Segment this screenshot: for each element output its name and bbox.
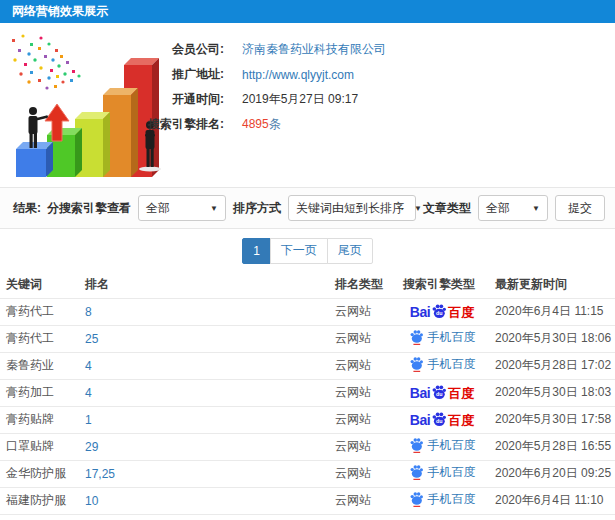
- member-info-section: 会员公司: 济南秦鲁药业科技有限公司 推广地址: http://www.qlyy…: [0, 23, 615, 187]
- shadow: [139, 167, 161, 172]
- mobile-baidu-label[interactable]: 手机百度: [428, 464, 476, 481]
- baidu-logo-text-cn: 百度: [448, 387, 474, 400]
- ranking-count-label: 搜索引擎排名:: [112, 116, 224, 133]
- keyword-cell: 金华防护服: [0, 460, 85, 487]
- mobile-baidu-paw-icon: [409, 329, 424, 345]
- svg-text:du: du: [436, 310, 443, 316]
- rank-cell: 4: [85, 379, 335, 406]
- baidu-paw-icon: du: [431, 303, 447, 319]
- table-row: 口罩贴牌 29 云网站 手机百度 2020年5月28日 16:55: [0, 433, 615, 460]
- submit-button[interactable]: 提交: [555, 195, 605, 221]
- results-table-header: 关键词 排名 排名类型 搜索引擎类型 最新更新时间: [0, 272, 615, 298]
- sort-select[interactable]: 关键词由短到长排序 ▼: [288, 195, 416, 221]
- rank-link[interactable]: 25: [85, 332, 98, 346]
- field-promo-url: 推广地址: http://www.qlyyjt.com: [112, 62, 386, 87]
- engine-cell: 手机百度: [399, 487, 485, 514]
- article-type-select-value: 全部: [486, 200, 510, 217]
- mobile-baidu-label[interactable]: 手机百度: [428, 491, 476, 508]
- rank-type-cell: 云网站: [335, 325, 399, 352]
- rank-link[interactable]: 10: [85, 494, 98, 508]
- rank-cell: 29: [85, 433, 335, 460]
- updated-cell: 2020年5月28日 17:02: [485, 352, 615, 379]
- mobile-baidu-badge: 手机百度: [409, 464, 476, 481]
- rank-link[interactable]: 4: [85, 386, 92, 400]
- mobile-baidu-paw-icon: [409, 491, 424, 507]
- baidu-logo-text-bai: Bai: [410, 305, 430, 319]
- open-time-value: 2019年5月27日 09:17: [242, 91, 358, 108]
- rank-cell: 25: [85, 325, 335, 352]
- svg-text:du: du: [436, 391, 443, 397]
- rank-cell: 8: [85, 298, 335, 325]
- rank-link[interactable]: 1: [85, 413, 92, 427]
- field-company: 会员公司: 济南秦鲁药业科技有限公司: [112, 37, 386, 62]
- mobile-baidu-badge: 手机百度: [409, 437, 476, 454]
- baidu-logo: Bai du 百度: [410, 384, 474, 400]
- results-table: 关键词 排名 排名类型 搜索引擎类型 最新更新时间 膏药代工 8 云网站 Bai…: [0, 272, 615, 520]
- sort-select-value: 关键词由短到长排序: [296, 200, 404, 217]
- updated-cell: 2020年5月30日 18:03: [485, 379, 615, 406]
- ranking-count-unit: 条: [269, 117, 281, 131]
- mobile-baidu-paw-icon: [409, 437, 424, 453]
- keyword-cell: 膏药代工: [0, 325, 85, 352]
- rank-type-cell: 云网站: [335, 433, 399, 460]
- promo-url-link[interactable]: http://www.qlyyjt.com: [242, 68, 354, 82]
- filter-controls: 分搜索引擎查看 全部 ▼ 排序方式 关键词由短到长排序 ▼ 文章类型 全部 ▼ …: [47, 195, 605, 221]
- baidu-logo: Bai du 百度: [410, 411, 474, 427]
- mobile-baidu-badge: 手机百度: [409, 356, 476, 373]
- engine-cell: 手机百度: [399, 352, 485, 379]
- updated-cell: 2020年5月30日 18:06: [485, 325, 615, 352]
- updated-cell: 2020年5月28日 16:55: [485, 433, 615, 460]
- keyword-cell: 口罩贴牌: [0, 433, 85, 460]
- baidu-logo-text-cn: 百度: [448, 414, 474, 427]
- engine-cell: 手机百度: [399, 460, 485, 487]
- table-row: 膏药贴牌 1 云网站 Bai du 百度 2020年5月30日 17:58: [0, 406, 615, 433]
- chevron-down-icon: ▼: [414, 204, 422, 213]
- sort-label: 排序方式: [233, 200, 281, 217]
- table-row: 膏药加工 4 云网站 Bai du 百度 2020年5月30日 18:03: [0, 379, 615, 406]
- mobile-baidu-label[interactable]: 手机百度: [428, 329, 476, 346]
- table-row: 金华防护服 17,25 云网站 手机百度 2020年6月20日 09:25: [0, 460, 615, 487]
- rank-link[interactable]: 4: [85, 359, 92, 373]
- page-1-button[interactable]: 1: [242, 238, 271, 264]
- baidu-paw-icon: du: [431, 384, 447, 400]
- table-row: 膏药代工 25 云网站 手机百度 2020年5月30日 18:06: [0, 325, 615, 352]
- baidu-logo: Bai du 百度: [410, 303, 474, 319]
- engine-cell: Bai du 百度: [399, 514, 485, 520]
- rank-link[interactable]: 29: [85, 440, 98, 454]
- filter-bar: 结果: 分搜索引擎查看 全部 ▼ 排序方式 关键词由短到长排序 ▼ 文章类型 全…: [0, 187, 615, 229]
- engine-select[interactable]: 全部 ▼: [138, 195, 226, 221]
- field-ranking-count: 搜索引擎排名: 4895条: [112, 112, 386, 137]
- keyword-cell: [0, 514, 85, 520]
- svg-text:du: du: [436, 418, 443, 424]
- mobile-baidu-paw-icon: [409, 356, 424, 372]
- keyword-cell: 福建防护服: [0, 487, 85, 514]
- article-type-select[interactable]: 全部 ▼: [478, 195, 548, 221]
- mobile-baidu-label[interactable]: 手机百度: [428, 437, 476, 454]
- rank-link[interactable]: 8: [85, 305, 92, 319]
- rank-cell: 17,25: [85, 460, 335, 487]
- updated-cell: 2020年5月30日 17:58: [485, 406, 615, 433]
- rank-type-cell: [335, 514, 399, 520]
- engine-filter-label: 分搜索引擎查看: [47, 200, 131, 217]
- ranking-count-value: 4895条: [242, 116, 281, 133]
- article-type-label: 文章类型: [423, 200, 471, 217]
- engine-cell: Bai du 百度: [399, 406, 485, 433]
- table-row: 膏药代工 8 云网站 Bai du 百度 2020年6月4日 11:15: [0, 298, 615, 325]
- mobile-baidu-label[interactable]: 手机百度: [428, 356, 476, 373]
- header-rank: 排名: [85, 272, 335, 298]
- rank-cell: [85, 514, 335, 520]
- rank-link[interactable]: 17,25: [85, 467, 115, 481]
- page-title: 网络营销效果展示: [12, 4, 108, 18]
- engine-cell: Bai du 百度: [399, 379, 485, 406]
- rank-cell: 4: [85, 352, 335, 379]
- company-name: 济南秦鲁药业科技有限公司: [242, 41, 386, 58]
- updated-cell: 2020年6月4日 11:10: [485, 487, 615, 514]
- last-page-button[interactable]: 尾页: [327, 238, 373, 264]
- confetti-dots: [12, 34, 81, 89]
- top-bar: 网络营销效果展示: [0, 0, 615, 23]
- rank-type-cell: 云网站: [335, 352, 399, 379]
- updated-cell: 2020年6月4日 11:15: [485, 298, 615, 325]
- baidu-paw-icon: du: [431, 411, 447, 427]
- header-rank-type: 排名类型: [335, 272, 399, 298]
- next-page-button[interactable]: 下一页: [270, 238, 328, 264]
